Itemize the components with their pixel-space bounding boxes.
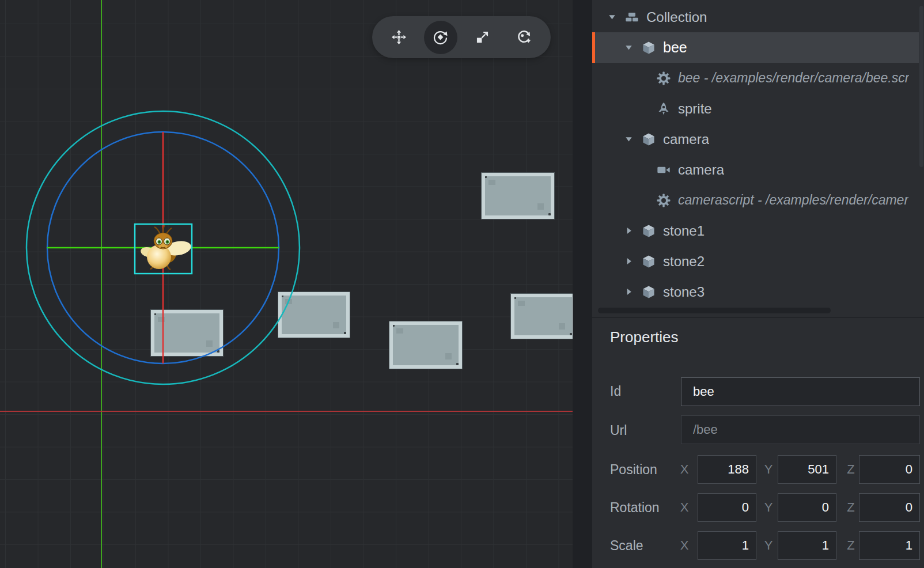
id-field[interactable] xyxy=(681,377,920,406)
rotate-tool-button[interactable] xyxy=(424,21,457,54)
outline-row-camera[interactable]: camera xyxy=(592,154,919,185)
viewport-toolbar xyxy=(372,16,551,58)
outline-vertical-scrollbar[interactable] xyxy=(919,6,923,167)
properties-title: Properties xyxy=(610,328,679,346)
scale-tool-button[interactable] xyxy=(465,21,499,54)
outline-horizontal-scrollbar[interactable] xyxy=(598,308,831,313)
url-field[interactable] xyxy=(681,415,920,444)
position-y-field[interactable] xyxy=(778,455,836,484)
url-label: Url xyxy=(610,423,627,438)
outline-row-stone3[interactable]: stone3 xyxy=(592,277,919,307)
rotation-y-field[interactable] xyxy=(778,493,836,522)
orbit-tool-button[interactable] xyxy=(508,21,541,54)
position-x-axis-label: X xyxy=(679,462,690,477)
scale-icon xyxy=(475,29,490,45)
outline-row-stone2[interactable]: stone2 xyxy=(592,246,919,277)
rotate-icon xyxy=(433,29,448,45)
rotate-gizmo[interactable] xyxy=(0,0,573,568)
game-object-icon xyxy=(642,255,656,268)
panel-divider[interactable] xyxy=(573,0,592,568)
rotation-y-axis-label: Y xyxy=(763,500,774,515)
right-panel: Collectionbeebee - /examples/render/came… xyxy=(592,0,924,568)
game-object-icon xyxy=(642,285,656,299)
outline-item-label: stone3 xyxy=(663,284,705,300)
script-icon xyxy=(657,194,671,207)
chevron-right-icon[interactable] xyxy=(625,258,642,265)
scale-z-field[interactable] xyxy=(859,531,920,560)
properties-panel: Properties Id Url PositionXYZRotationXYZ… xyxy=(592,317,924,568)
chevron-down-icon[interactable] xyxy=(625,44,642,51)
outline-item-label: camerascript - /examples/render/camer xyxy=(678,192,908,208)
position-z-field[interactable] xyxy=(859,455,920,484)
move-tool-button[interactable] xyxy=(382,21,415,54)
position-label: Position xyxy=(610,462,657,478)
id-label: Id xyxy=(610,384,621,399)
scale-y-field[interactable] xyxy=(778,531,836,560)
outline-row-camera[interactable]: camera xyxy=(592,124,919,154)
outline-row-stone1[interactable]: stone1 xyxy=(592,215,919,246)
game-object-icon xyxy=(642,132,656,146)
outline-item-label: stone2 xyxy=(663,253,705,270)
outline-item-label: camera xyxy=(678,162,724,178)
rotation-x-axis-label: X xyxy=(679,500,690,515)
move-icon xyxy=(391,29,407,45)
bee-sprite[interactable] xyxy=(134,215,194,274)
position-x-field[interactable] xyxy=(698,455,756,484)
outline-row-camerascript[interactable]: camerascript - /examples/render/camer xyxy=(592,185,919,215)
scene-viewport[interactable] xyxy=(0,0,573,568)
outline-item-label: bee xyxy=(663,39,687,56)
chevron-down-icon[interactable] xyxy=(625,135,642,143)
outline-item-label: Collection xyxy=(646,9,707,25)
chevron-right-icon[interactable] xyxy=(625,227,642,234)
rotation-label: Rotation xyxy=(610,500,660,516)
chevron-right-icon[interactable] xyxy=(625,288,642,296)
rotation-z-field[interactable] xyxy=(859,493,920,522)
game-object-icon xyxy=(642,41,656,55)
outline-item-label: camera xyxy=(663,131,709,147)
outline-item-label: stone1 xyxy=(663,223,705,239)
scale-label: Scale xyxy=(610,538,643,554)
outline-row-bee[interactable]: bee xyxy=(592,32,919,63)
collection-icon xyxy=(625,10,639,24)
outline-row-bee[interactable]: bee - /examples/render/camera/bee.scr xyxy=(592,63,919,93)
camera-icon xyxy=(657,163,671,177)
game-object-icon xyxy=(642,224,656,238)
rotation-z-axis-label: Z xyxy=(845,500,857,515)
scale-x-axis-label: X xyxy=(679,538,690,553)
position-y-axis-label: Y xyxy=(763,462,774,477)
scale-z-axis-label: Z xyxy=(845,538,857,553)
orbit-icon xyxy=(516,29,532,45)
chevron-down-icon[interactable] xyxy=(608,13,625,21)
outline-item-label: bee - /examples/render/camera/bee.scr xyxy=(678,70,909,86)
scale-y-axis-label: Y xyxy=(763,538,774,553)
outline-panel: Collectionbeebee - /examples/render/came… xyxy=(592,0,924,317)
outline-row-sprite[interactable]: sprite xyxy=(592,93,919,124)
position-z-axis-label: Z xyxy=(845,462,857,477)
sprite-icon xyxy=(657,102,671,116)
outline-item-label: sprite xyxy=(678,101,712,117)
rotation-x-field[interactable] xyxy=(698,493,756,522)
editor-window: Collectionbeebee - /examples/render/came… xyxy=(0,0,924,568)
outline-row-Collection[interactable]: Collection xyxy=(592,2,919,32)
script-icon xyxy=(657,71,671,85)
scale-x-field[interactable] xyxy=(698,531,756,560)
